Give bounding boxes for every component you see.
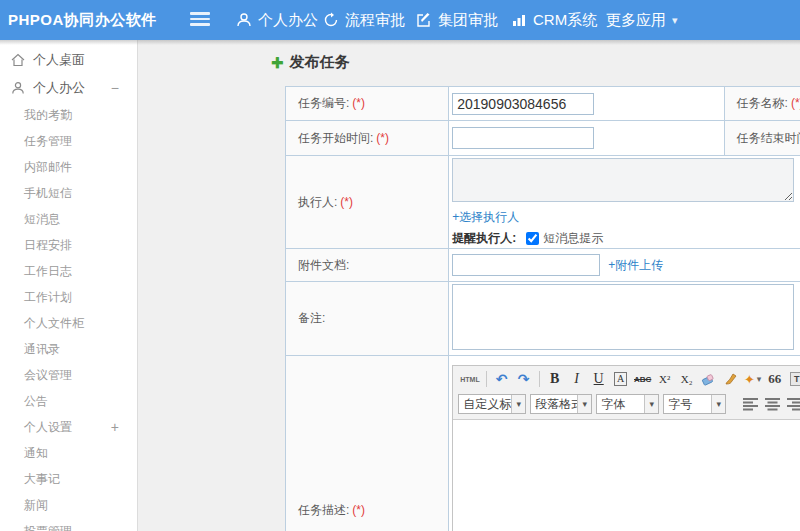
superscript-button[interactable]: X²	[655, 369, 675, 389]
remark-label: 备注:	[286, 282, 449, 356]
task-name-label: 任务名称:(*)	[724, 87, 800, 121]
custom-heading-select[interactable]: 自定义标题 ▾	[458, 394, 526, 414]
expand-icon[interactable]: +	[111, 414, 119, 440]
sidebar-item-label: 短消息	[24, 212, 60, 226]
collapse-icon[interactable]: −	[111, 74, 119, 102]
sidebar-item-news[interactable]: 新闻	[0, 492, 137, 518]
caret-down-icon: ▾	[644, 395, 658, 413]
sidebar-item-work-plan[interactable]: 工作计划	[0, 284, 137, 310]
required-mark: (*)	[352, 96, 365, 110]
font-size-select[interactable]: 字号 ▾	[663, 394, 726, 414]
remark-textarea[interactable]	[452, 284, 794, 350]
nav-group-approval[interactable]: 集团审批	[416, 0, 498, 40]
sidebar-item-label: 个人文件柜	[24, 316, 84, 330]
sidebar-item-label: 个人桌面	[33, 51, 85, 69]
eraser-button[interactable]	[699, 369, 719, 389]
font-family-select[interactable]: 字体 ▾	[596, 394, 659, 414]
nav-process-approval[interactable]: 流程审批	[323, 0, 405, 40]
attachment-upload-link[interactable]: +附件上传	[608, 257, 663, 274]
executor-label: 执行人:(*)	[286, 156, 449, 249]
task-number-input[interactable]	[452, 93, 594, 115]
format-painter-button[interactable]	[721, 369, 741, 389]
sidebar-item-sms[interactable]: 手机短信	[0, 180, 137, 206]
app-window: PHPOA协同办公软件 个人办公 流程审批 集团审批 CRM系统	[0, 0, 800, 531]
sidebar-item-label: 公告	[24, 394, 48, 408]
sidebar-item-events[interactable]: 大事记	[0, 466, 137, 492]
sidebar-item-work-log[interactable]: 工作日志	[0, 258, 137, 284]
bold-button[interactable]: B	[545, 369, 565, 389]
sidebar-item-label: 会议管理	[24, 368, 72, 382]
menu-toggle-icon[interactable]	[190, 12, 210, 28]
sidebar-item-label: 内部邮件	[24, 160, 72, 174]
sidebar-item-attendance[interactable]: 我的考勤	[0, 102, 137, 128]
editor-toolbar-row1: HTML ↶ ↷ B I U A ABC X² X₂	[453, 366, 800, 392]
align-right-icon	[787, 398, 800, 411]
sidebar-item-short-message[interactable]: 短消息	[0, 206, 137, 232]
sidebar-item-label: 工作日志	[24, 264, 72, 278]
quick-format-button[interactable]: ✦ ▾	[743, 369, 763, 389]
sidebar-item-file-cabinet[interactable]: 个人文件柜	[0, 310, 137, 336]
html-source-button[interactable]: HTML	[459, 369, 480, 389]
caret-down-icon: ▾	[711, 395, 725, 413]
required-mark: (*)	[376, 131, 389, 145]
underline-button[interactable]: U	[589, 369, 609, 389]
task-form: 任务编号:(*) 任务名称:(*) 任务开始时间:(*) 任务结束时间:(*)	[285, 86, 800, 531]
sidebar-item-vote[interactable]: 投票管理	[0, 518, 137, 531]
sidebar-item-internal-mail[interactable]: 内部邮件	[0, 154, 137, 180]
redo-button[interactable]: ↷	[514, 369, 534, 389]
page-title-text: 发布任务	[290, 53, 350, 72]
start-time-label: 任务开始时间:(*)	[286, 121, 449, 156]
align-right-button[interactable]	[784, 395, 800, 413]
sidebar-item-label: 新闻	[24, 498, 48, 512]
sidebar-item-announcement[interactable]: 公告	[0, 388, 137, 414]
sidebar-item-label: 通知	[24, 446, 48, 460]
sidebar-item-notice[interactable]: 通知	[0, 440, 137, 466]
add-icon: ✚	[271, 54, 284, 72]
align-left-icon	[743, 398, 759, 411]
sidebar-item-personal-settings[interactable]: 个人设置 +	[0, 414, 137, 440]
rich-text-editor: HTML ↶ ↷ B I U A ABC X² X₂	[452, 365, 800, 531]
nav-personal-office[interactable]: 个人办公	[236, 0, 318, 40]
strikethrough-button[interactable]: ABC	[633, 369, 653, 389]
description-label: 任务描述:(*)	[286, 356, 449, 531]
subscript-button[interactable]: X₂	[677, 369, 697, 389]
sidebar-item-label: 个人办公	[33, 79, 85, 97]
paragraph-format-select[interactable]: 段落格式 ▾	[530, 394, 592, 414]
sidebar-item-meeting[interactable]: 会议管理	[0, 362, 137, 388]
nav-label: 更多应用	[606, 11, 666, 30]
sidebar-item-label: 大事记	[24, 472, 60, 486]
select-executor-link[interactable]: +选择执行人	[452, 210, 519, 224]
sidebar-item-schedule[interactable]: 日程安排	[0, 232, 137, 258]
executor-textarea[interactable]	[452, 158, 794, 202]
sidebar-item-task-management[interactable]: 任务管理	[0, 128, 137, 154]
eraser-icon	[701, 373, 716, 386]
align-center-button[interactable]	[762, 395, 784, 413]
editor-toolbar-row2: 自定义标题 ▾ 段落格式 ▾ 字体 ▾	[453, 392, 800, 419]
font-background-button[interactable]: A	[614, 372, 627, 386]
sidebar-item-label: 任务管理	[24, 134, 72, 148]
sidebar-item-desktop[interactable]: 个人桌面	[0, 46, 137, 74]
align-left-button[interactable]	[740, 395, 762, 413]
attachment-input[interactable]	[452, 254, 600, 276]
sidebar-item-contacts[interactable]: 通讯录	[0, 336, 137, 362]
sidebar-item-label: 工作计划	[24, 290, 72, 304]
nav-label: 集团审批	[438, 11, 498, 30]
home-icon	[11, 53, 25, 67]
nav-more-apps[interactable]: 更多应用 ▾	[606, 0, 678, 40]
process-icon	[323, 12, 339, 28]
start-time-input[interactable]	[452, 127, 594, 149]
nav-crm-system[interactable]: CRM系统	[511, 0, 597, 40]
italic-button[interactable]: I	[567, 369, 587, 389]
task-number-label: 任务编号:(*)	[286, 87, 449, 121]
attachment-label: 附件文档:	[286, 249, 449, 282]
remind-executor-label: 提醒执行人:	[452, 230, 516, 247]
sidebar-item-personal-office[interactable]: 个人办公 −	[0, 74, 137, 102]
user-icon	[11, 81, 25, 95]
magic-wand-icon: ✦	[744, 372, 755, 387]
edit-icon	[416, 12, 432, 28]
undo-button[interactable]: ↶	[492, 369, 512, 389]
editor-content-area[interactable]	[453, 419, 800, 531]
paste-text-button[interactable]: T	[790, 372, 800, 386]
sms-remind-checkbox[interactable]	[526, 232, 539, 245]
blockquote-button[interactable]: 66	[765, 369, 785, 389]
